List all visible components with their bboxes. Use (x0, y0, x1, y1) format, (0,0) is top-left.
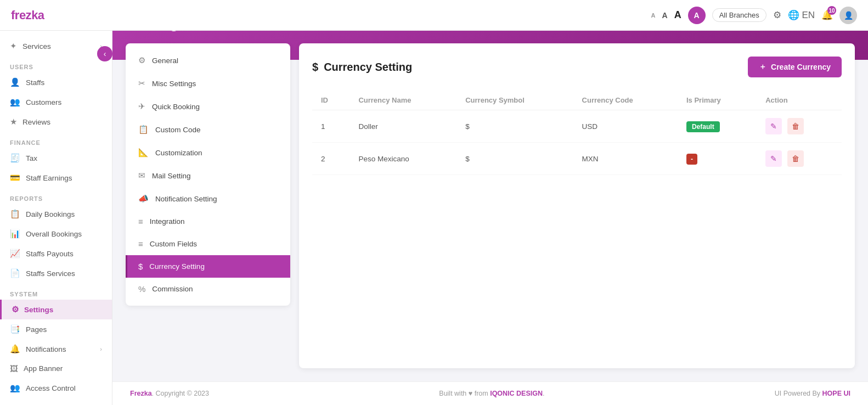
sidebar-item-label: Notifications (26, 345, 66, 353)
notifications-button[interactable]: 🔔 10 (821, 9, 833, 21)
cell-id: 1 (312, 110, 350, 143)
notification-badge: 10 (827, 6, 836, 15)
sidebar-item-label: App Banner (24, 364, 63, 373)
user-avatar-initial[interactable]: A (688, 7, 706, 24)
sidebar-item-label: Staffs Payouts (26, 250, 74, 258)
sidebar-item-daily-bookings[interactable]: 📋 Daily Bookings (0, 204, 112, 224)
staff-earnings-icon: 💳 (10, 173, 20, 183)
table-row: 1 Doller $ USD Default ✎ 🗑 (312, 110, 842, 143)
settings-menu-custom-code[interactable]: 📋 Custom Code (126, 118, 290, 141)
sidebar-item-pages[interactable]: 📑 Pages (0, 319, 112, 339)
sidebar-item-reviews[interactable]: ★ Reviews (0, 112, 112, 132)
settings-menu-custom-fields[interactable]: ≡ Custom Fields (126, 233, 290, 255)
commission-icon: % (138, 284, 145, 294)
settings-menu-label: Custom Fields (150, 240, 197, 248)
sidebar-item-staffs-services[interactable]: 📄 Staffs Services (0, 263, 112, 283)
section-label-reports: REPORTS (0, 188, 112, 204)
mail-icon: ✉ (138, 171, 145, 181)
cell-primary: Default (678, 110, 757, 143)
settings-menu-currency[interactable]: $ Currency Setting (126, 255, 290, 278)
branches-selector[interactable]: All Branches (712, 8, 766, 22)
section-label-system: SYSTEM (0, 283, 112, 300)
delete-button[interactable]: 🗑 (787, 118, 804, 134)
settings-menu-label: Mail Setting (152, 172, 191, 180)
tax-icon: 🧾 (10, 153, 20, 163)
settings-menu-quick-booking[interactable]: ✈ Quick Booking (126, 95, 290, 118)
sidebar-item-label: Staff Earnings (26, 174, 72, 182)
settings-menu-mail[interactable]: ✉ Mail Setting (126, 164, 290, 187)
sidebar-item-settings[interactable]: ⚙ Settings (0, 300, 112, 319)
sidebar-item-access-control[interactable]: 👥 Access Control (0, 378, 112, 398)
settings-menu-label: Misc Settings (152, 80, 196, 88)
settings-menu-customization[interactable]: 📐 Customization (126, 141, 290, 164)
settings-menu-label: General (152, 57, 178, 65)
logo[interactable]: frezka (11, 8, 44, 22)
delete-button[interactable]: 🗑 (787, 150, 804, 167)
create-currency-button[interactable]: ＋ Create Currency (748, 57, 842, 77)
edit-button[interactable]: ✎ (765, 118, 782, 134)
footer: Frezka. Copyright © 2023 Built with ♥ fr… (112, 381, 868, 405)
integration-icon: ≡ (138, 217, 143, 226)
currency-header: $ Currency Setting ＋ Create Currency (312, 57, 842, 77)
sidebar-item-notifications[interactable]: 🔔 Notifications › (0, 339, 112, 359)
col-name: Currency Name (350, 91, 456, 110)
sidebar-item-label: Staffs Services (26, 269, 75, 278)
staffs-services-icon: 📄 (10, 268, 20, 278)
footer-powered-by: UI Powered By HOPE UI (775, 390, 850, 397)
settings-menu-commission[interactable]: % Commission (126, 278, 290, 300)
general-icon: ⚙ (138, 55, 145, 65)
staffs-icon: 👤 (10, 77, 20, 87)
content-area: ⚙ General ✂ Misc Settings ✈ Quick Bookin… (112, 43, 868, 381)
font-size-medium[interactable]: A (662, 11, 668, 20)
primary-default-badge: Default (686, 121, 720, 132)
cell-code: USD (573, 110, 678, 143)
user-profile-avatar[interactable]: 👤 (839, 7, 857, 24)
sidebar-collapse-button[interactable]: ‹ (97, 46, 112, 61)
settings-menu-integration[interactable]: ≡ Integration (126, 210, 290, 233)
sidebar-item-tax[interactable]: 🧾 Tax (0, 148, 112, 168)
language-icon[interactable]: 🌐 EN (788, 9, 815, 21)
sidebar-item-staff-earnings[interactable]: 💳 Staff Earnings (0, 168, 112, 188)
quick-booking-icon: ✈ (138, 102, 145, 111)
customization-icon: 📐 (138, 148, 149, 158)
settings-icon[interactable]: ⚙ (773, 9, 781, 21)
sidebar-item-staffs[interactable]: 👤 Staffs (0, 72, 112, 92)
settings-sidebar-icon: ⚙ (12, 305, 19, 314)
footer-brand: Frezka. Copyright © 2023 (130, 390, 209, 397)
sidebar-item-overall-bookings[interactable]: 📊 Overall Bookings (0, 224, 112, 244)
access-control-icon: 👥 (10, 383, 20, 393)
sidebar-item-app-banner[interactable]: 🖼 App Banner (0, 359, 112, 378)
hope-ui-link[interactable]: HOPE UI (822, 390, 850, 397)
settings-menu-label: Integration (150, 217, 185, 226)
sidebar-item-customers[interactable]: 👥 Customers (0, 92, 112, 112)
col-symbol: Currency Symbol (456, 91, 573, 110)
col-id: ID (312, 91, 350, 110)
overall-bookings-icon: 📊 (10, 229, 20, 239)
settings-menu-notification[interactable]: 📣 Notification Setting (126, 187, 290, 210)
plus-icon: ＋ (759, 62, 766, 72)
app-banner-icon: 🖼 (10, 364, 18, 373)
section-label-users: USERS (0, 56, 112, 72)
font-size-small[interactable]: A (651, 12, 656, 19)
reviews-icon: ★ (10, 117, 17, 127)
cell-primary: - (678, 143, 757, 175)
cell-action: ✎ 🗑 (757, 110, 842, 143)
edit-button[interactable]: ✎ (765, 150, 782, 167)
footer-copyright: . Copyright © 2023 (152, 390, 209, 397)
iqonic-link[interactable]: IQONIC DESIGN (490, 390, 543, 397)
staffs-payouts-icon: 📈 (10, 249, 20, 258)
col-action: Action (757, 91, 842, 110)
footer-brand-link[interactable]: Frezka (130, 390, 152, 397)
sidebar-item-services[interactable]: ✦ Services › (0, 36, 112, 56)
sidebar-item-staffs-payouts[interactable]: 📈 Staffs Payouts (0, 244, 112, 263)
settings-menu-general[interactable]: ⚙ General (126, 49, 290, 72)
misc-icon: ✂ (138, 78, 145, 88)
sidebar: ✦ Services › USERS 👤 Staffs 👥 Customers … (0, 31, 112, 405)
settings-menu-misc[interactable]: ✂ Misc Settings (126, 72, 290, 95)
sidebar-item-label: Overall Bookings (26, 230, 82, 238)
sidebar-item-label: Daily Bookings (26, 210, 75, 218)
cell-symbol: $ (456, 143, 573, 175)
cell-name: Doller (350, 110, 456, 143)
col-code: Currency Code (573, 91, 678, 110)
font-size-large[interactable]: A (674, 9, 681, 21)
